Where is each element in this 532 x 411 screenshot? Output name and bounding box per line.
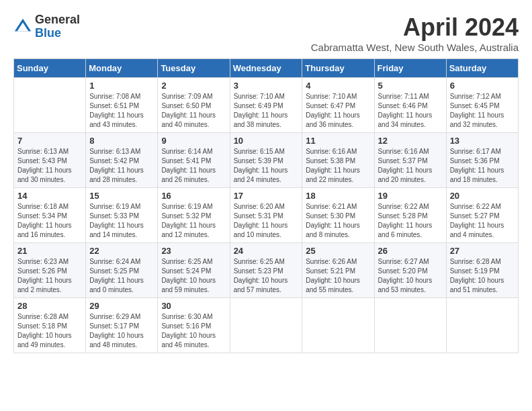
day-number: 15 [89,191,154,201]
day-info: Sunrise: 6:13 AMSunset: 5:42 PMDaylight:… [89,147,154,185]
calendar-cell: 13Sunrise: 6:17 AMSunset: 5:36 PMDayligh… [446,133,518,188]
calendar-cell: 27Sunrise: 6:28 AMSunset: 5:19 PMDayligh… [446,243,518,298]
day-number: 29 [89,301,154,311]
sunset-text: Sunset: 5:24 PM [161,267,226,276]
sunset-text: Sunset: 6:51 PM [89,101,154,111]
sunrise-text: Sunrise: 6:25 AM [161,257,226,267]
day-info: Sunrise: 6:19 AMSunset: 5:33 PMDaylight:… [89,202,154,240]
day-number: 12 [378,136,443,146]
daylight-text: Daylight: 11 hours and 22 minutes. [306,166,370,185]
calendar-cell: 12Sunrise: 6:16 AMSunset: 5:37 PMDayligh… [374,133,446,188]
calendar-cell: 23Sunrise: 6:25 AMSunset: 5:24 PMDayligh… [158,243,230,298]
logo-blue: Blue [35,27,80,40]
daylight-text: Daylight: 11 hours and 8 minutes. [306,221,370,240]
calendar-week-row: 1Sunrise: 7:08 AMSunset: 6:51 PMDaylight… [14,78,519,133]
sunrise-text: Sunrise: 7:11 AM [378,92,443,101]
day-number: 7 [17,136,82,146]
calendar-cell: 18Sunrise: 6:21 AMSunset: 5:30 PMDayligh… [302,188,374,243]
daylight-text: Daylight: 10 hours and 53 minutes. [378,276,443,295]
calendar-cell [446,298,518,353]
day-info: Sunrise: 6:20 AMSunset: 5:31 PMDaylight:… [234,202,299,240]
daylight-text: Daylight: 11 hours and 34 minutes. [378,111,443,130]
sunrise-text: Sunrise: 6:22 AM [450,202,515,212]
sunrise-text: Sunrise: 6:23 AM [17,257,82,267]
calendar-cell: 16Sunrise: 6:19 AMSunset: 5:32 PMDayligh… [158,188,230,243]
day-info: Sunrise: 6:17 AMSunset: 5:36 PMDaylight:… [450,147,515,185]
calendar-cell: 6Sunrise: 7:12 AMSunset: 6:45 PMDaylight… [446,78,518,133]
sunrise-text: Sunrise: 6:20 AM [234,202,299,212]
calendar-week-row: 14Sunrise: 6:18 AMSunset: 5:34 PMDayligh… [14,188,519,243]
daylight-text: Daylight: 11 hours and 32 minutes. [450,111,515,130]
calendar-cell: 11Sunrise: 6:16 AMSunset: 5:38 PMDayligh… [302,133,374,188]
calendar-cell: 10Sunrise: 6:15 AMSunset: 5:39 PMDayligh… [230,133,302,188]
day-info: Sunrise: 7:09 AMSunset: 6:50 PMDaylight:… [161,92,226,130]
day-number: 2 [161,81,226,91]
day-info: Sunrise: 6:22 AMSunset: 5:27 PMDaylight:… [450,202,515,240]
sunset-text: Sunset: 5:25 PM [89,267,154,276]
day-info: Sunrise: 7:10 AMSunset: 6:47 PMDaylight:… [306,92,370,130]
daylight-text: Daylight: 11 hours and 14 minutes. [89,221,154,240]
calendar-cell [302,298,374,353]
daylight-text: Daylight: 10 hours and 46 minutes. [161,331,226,350]
sunset-text: Sunset: 5:20 PM [378,267,443,276]
calendar-cell: 3Sunrise: 7:10 AMSunset: 6:49 PMDaylight… [230,78,302,133]
day-number: 27 [450,246,515,256]
calendar-week-row: 7Sunrise: 6:13 AMSunset: 5:43 PMDaylight… [14,133,519,188]
sunset-text: Sunset: 6:50 PM [161,101,226,111]
sunrise-text: Sunrise: 6:15 AM [234,147,299,156]
sunset-text: Sunset: 5:42 PM [89,156,154,166]
sunrise-text: Sunrise: 7:09 AM [161,92,226,101]
sunrise-text: Sunrise: 6:17 AM [450,147,515,156]
sunrise-text: Sunrise: 6:19 AM [161,202,226,212]
sunrise-text: Sunrise: 6:28 AM [450,257,515,267]
calendar-cell: 17Sunrise: 6:20 AMSunset: 5:31 PMDayligh… [230,188,302,243]
day-info: Sunrise: 6:24 AMSunset: 5:25 PMDaylight:… [89,257,154,295]
daylight-text: Daylight: 10 hours and 57 minutes. [234,276,299,295]
calendar-cell: 4Sunrise: 7:10 AMSunset: 6:47 PMDaylight… [302,78,374,133]
sunset-text: Sunset: 5:38 PM [306,156,370,166]
sunrise-text: Sunrise: 7:10 AM [234,92,299,101]
sunrise-text: Sunrise: 6:21 AM [306,202,370,212]
sunset-text: Sunset: 6:47 PM [306,101,370,111]
sunset-text: Sunset: 5:37 PM [378,156,443,166]
daylight-text: Daylight: 11 hours and 20 minutes. [378,166,443,185]
day-number: 8 [89,136,154,146]
calendar-header-row: SundayMondayTuesdayWednesdayThursdayFrid… [14,59,519,78]
day-info: Sunrise: 6:29 AMSunset: 5:17 PMDaylight:… [89,312,154,350]
day-number: 17 [234,191,299,201]
daylight-text: Daylight: 11 hours and 16 minutes. [17,221,82,240]
day-info: Sunrise: 6:18 AMSunset: 5:34 PMDaylight:… [17,202,82,240]
day-info: Sunrise: 6:14 AMSunset: 5:41 PMDaylight:… [161,147,226,185]
calendar-header-wednesday: Wednesday [230,59,302,78]
sunrise-text: Sunrise: 7:08 AM [89,92,154,101]
calendar-cell: 15Sunrise: 6:19 AMSunset: 5:33 PMDayligh… [86,188,158,243]
day-number: 18 [306,191,370,201]
day-number: 23 [161,246,226,256]
day-info: Sunrise: 6:26 AMSunset: 5:21 PMDaylight:… [306,257,370,295]
sunset-text: Sunset: 5:28 PM [378,212,443,221]
day-info: Sunrise: 6:15 AMSunset: 5:39 PMDaylight:… [234,147,299,185]
sunset-text: Sunset: 6:49 PM [234,101,299,111]
calendar-cell: 22Sunrise: 6:24 AMSunset: 5:25 PMDayligh… [86,243,158,298]
day-number: 30 [161,301,226,311]
calendar-cell: 29Sunrise: 6:29 AMSunset: 5:17 PMDayligh… [86,298,158,353]
day-info: Sunrise: 6:28 AMSunset: 5:19 PMDaylight:… [450,257,515,295]
day-number: 4 [306,81,370,91]
day-info: Sunrise: 7:10 AMSunset: 6:49 PMDaylight:… [234,92,299,130]
daylight-text: Daylight: 10 hours and 59 minutes. [161,276,226,295]
calendar-cell: 24Sunrise: 6:25 AMSunset: 5:23 PMDayligh… [230,243,302,298]
calendar-cell: 20Sunrise: 6:22 AMSunset: 5:27 PMDayligh… [446,188,518,243]
location: Cabramatta West, New South Wales, Austra… [311,42,519,53]
daylight-text: Daylight: 11 hours and 2 minutes. [17,276,82,295]
sunrise-text: Sunrise: 6:29 AM [89,312,154,322]
daylight-text: Daylight: 10 hours and 48 minutes. [89,331,154,350]
sunrise-text: Sunrise: 6:18 AM [17,202,82,212]
sunrise-text: Sunrise: 6:19 AM [89,202,154,212]
daylight-text: Daylight: 11 hours and 40 minutes. [161,111,226,130]
day-info: Sunrise: 6:23 AMSunset: 5:26 PMDaylight:… [17,257,82,295]
calendar-cell: 7Sunrise: 6:13 AMSunset: 5:43 PMDaylight… [14,133,86,188]
day-number: 26 [378,246,443,256]
sunrise-text: Sunrise: 6:26 AM [306,257,370,267]
daylight-text: Daylight: 11 hours and 18 minutes. [450,166,515,185]
day-info: Sunrise: 7:12 AMSunset: 6:45 PMDaylight:… [450,92,515,130]
